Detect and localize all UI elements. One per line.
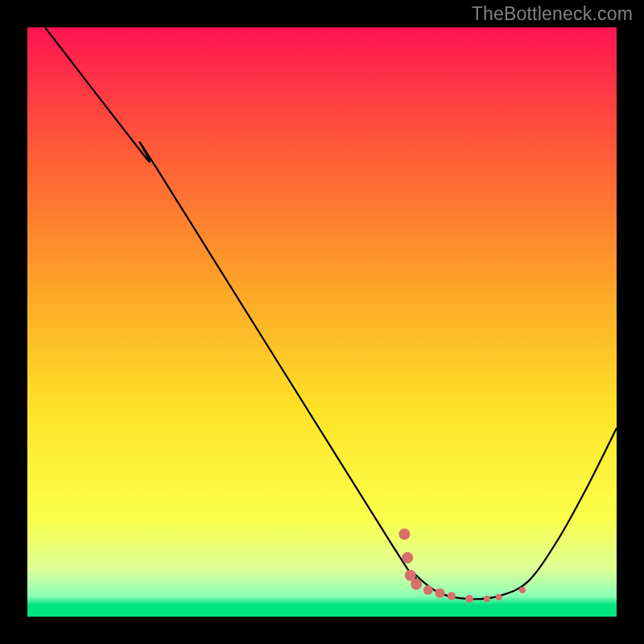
bottleneck-chart: [0, 0, 644, 644]
data-marker: [484, 596, 490, 602]
data-marker: [423, 585, 433, 595]
data-marker: [398, 529, 410, 540]
data-marker: [448, 592, 456, 600]
chart-container: TheBottleneck.com: [0, 0, 644, 644]
data-marker: [411, 579, 422, 590]
data-marker: [402, 552, 413, 564]
watermark-label: TheBottleneck.com: [472, 3, 633, 25]
data-marker: [496, 594, 502, 601]
data-marker: [465, 595, 473, 603]
data-marker: [435, 588, 444, 598]
data-marker: [519, 587, 526, 593]
plot-background: [27, 27, 617, 617]
